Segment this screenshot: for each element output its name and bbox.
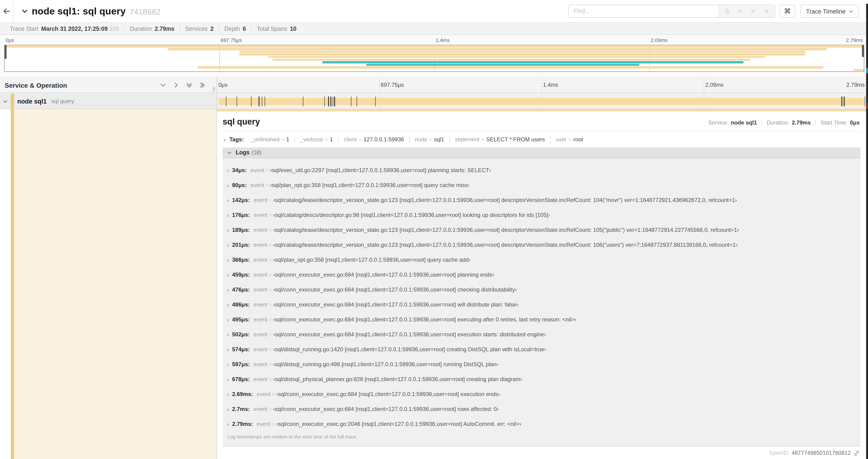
span-bar-wrap[interactable]	[218, 94, 865, 109]
log-equals: =	[269, 227, 272, 233]
log-marker-tick[interactable]	[262, 97, 262, 106]
find-next-icon[interactable]	[747, 5, 760, 17]
log-row[interactable]: › 459μs: event = ‹sql/conn_executor_exec…	[227, 267, 857, 282]
log-expand-chevron-icon[interactable]: ›	[227, 421, 229, 427]
collapse-all-icon[interactable]	[186, 82, 192, 88]
log-marker-tick[interactable]	[324, 97, 325, 106]
minimap-canvas[interactable]	[4, 45, 864, 72]
collapse-trace-chevron-icon[interactable]	[22, 8, 28, 14]
tags-expand-chevron-icon[interactable]: ›	[223, 136, 226, 142]
back-button[interactable]	[0, 0, 13, 22]
collapse-one-icon[interactable]	[160, 82, 166, 88]
log-expand-chevron-icon[interactable]: ›	[227, 331, 229, 337]
log-expand-chevron-icon[interactable]: ›	[227, 391, 229, 397]
log-expand-chevron-icon[interactable]: ›	[227, 197, 229, 203]
clear-find-icon[interactable]	[760, 5, 773, 17]
minimap-right-drag-handle[interactable]	[862, 45, 864, 57]
log-marker-tick[interactable]	[351, 97, 352, 106]
log-marker-tick[interactable]	[328, 97, 329, 106]
keyboard-shortcuts-button[interactable]: ⌘	[779, 5, 795, 18]
log-marker-tick[interactable]	[331, 97, 331, 106]
ruler-tick-label: 1.4ms	[543, 81, 558, 88]
span-row-name-column[interactable]: node sql1 sql query	[0, 94, 217, 109]
log-equals: =	[266, 167, 269, 173]
log-marker-tick[interactable]	[251, 97, 251, 106]
log-row[interactable]: › 574μs: event = ‹sql/distsql_running.go…	[227, 342, 857, 357]
log-expand-chevron-icon[interactable]: ›	[227, 212, 229, 218]
find-prev-icon[interactable]	[734, 5, 747, 17]
log-expand-chevron-icon[interactable]: ›	[227, 406, 229, 412]
expand-all-icon[interactable]	[199, 82, 205, 88]
expand-one-icon[interactable]	[173, 82, 179, 88]
log-expand-chevron-icon[interactable]: ›	[227, 376, 229, 382]
log-expand-chevron-icon[interactable]: ›	[227, 182, 229, 188]
span-service-name[interactable]: node sql1	[17, 98, 46, 105]
minimap-left-drag-handle[interactable]	[5, 45, 6, 59]
log-marker-tick[interactable]	[375, 97, 376, 106]
span-collapse-chevron-icon[interactable]	[3, 99, 8, 104]
log-field-name: event	[254, 242, 268, 248]
log-row[interactable]: › 2.69ms: event = ‹sql/conn_executor_exe…	[227, 387, 857, 402]
logs-collapse-chevron-icon[interactable]	[227, 150, 232, 155]
log-expand-chevron-icon[interactable]: ›	[227, 167, 229, 173]
log-row[interactable]: › 34μs: event = ‹sql/exec_util.go:2297 […	[227, 163, 857, 178]
log-expand-chevron-icon[interactable]: ›	[227, 257, 229, 263]
log-expand-chevron-icon[interactable]: ›	[227, 346, 229, 352]
log-row[interactable]: › 597μs: event = ‹sql/distsql_running.go…	[227, 357, 857, 372]
span-operation-name: sql query	[51, 98, 74, 104]
log-row[interactable]: › 476μs: event = ‹sql/conn_executor_exec…	[227, 282, 857, 297]
log-row[interactable]: › 80μs: event = ‹sql/plan_opt.go:358 [ns…	[227, 178, 857, 193]
log-marker-tick[interactable]	[356, 97, 357, 106]
log-timestamp: 34μs:	[232, 167, 247, 173]
log-row[interactable]: › 502μs: event = ‹sql/conn_executor_exec…	[227, 327, 857, 342]
log-timestamp: 366μs:	[232, 257, 250, 263]
span-duration-bar[interactable]	[219, 98, 864, 105]
log-equals: =	[269, 212, 272, 218]
log-marker-tick[interactable]	[237, 97, 237, 106]
log-row[interactable]: › 189μs: event = ‹sql/catalog/lease/desc…	[227, 223, 857, 237]
log-marker-tick[interactable]	[844, 97, 844, 106]
log-expand-chevron-icon[interactable]: ›	[227, 287, 229, 293]
log-row[interactable]: › 2.79ms: event = ‹sql/conn_executor_exe…	[227, 417, 857, 431]
view-selector-button[interactable]: Trace Timeline	[800, 5, 859, 18]
detail-meta-label: Duration:	[767, 120, 789, 126]
log-row[interactable]: › 366μs: event = ‹sql/plan_opt.go:358 [n…	[227, 252, 857, 267]
find-input[interactable]	[569, 5, 718, 17]
log-row[interactable]: › 486μs: event = ‹sql/conn_executor_exec…	[227, 297, 857, 312]
log-expand-chevron-icon[interactable]: ›	[227, 227, 229, 233]
log-expand-chevron-icon[interactable]: ›	[227, 361, 229, 367]
log-marker-tick[interactable]	[259, 97, 259, 106]
log-row[interactable]: › 176μs: event = ‹sql/catalog/descs/desc…	[227, 207, 857, 223]
span-detail-section: sql query Service: node sql1 Duration: 2…	[0, 109, 866, 459]
tag-key: statement	[455, 136, 479, 143]
ruler-tick-label: 2.79ms	[846, 81, 865, 88]
log-marker-tick[interactable]	[865, 97, 865, 106]
log-marker-tick[interactable]	[265, 97, 265, 106]
log-expand-chevron-icon[interactable]: ›	[227, 272, 229, 278]
column-resize-handle[interactable]	[213, 87, 215, 91]
log-row[interactable]: › 495μs: event = ‹sql/conn_executor_exec…	[227, 312, 857, 327]
summary-value: 2.79ms	[155, 25, 175, 32]
log-row[interactable]: › 142μs: event = ‹sql/catalog/lease/desc…	[227, 193, 857, 207]
ruler-gridline	[379, 77, 380, 93]
log-expand-chevron-icon[interactable]: ›	[227, 242, 229, 248]
log-marker-tick[interactable]	[333, 97, 334, 106]
log-marker-tick[interactable]	[303, 97, 304, 106]
locate-icon[interactable]	[720, 5, 734, 17]
tags-row[interactable]: › Tags: _unfinished = 1 _verbose =	[223, 136, 861, 143]
screen-edge-sliver	[866, 4, 868, 459]
summary-item: Services 2	[180, 25, 219, 32]
log-row[interactable]: › 201μs: event = ‹sql/catalog/lease/desc…	[227, 237, 857, 252]
logs-header[interactable]: Logs (18)	[223, 147, 861, 158]
log-marker-tick[interactable]	[226, 97, 226, 106]
detail-left-background	[11, 109, 217, 459]
back-arrow-icon	[2, 7, 11, 15]
log-marker-tick[interactable]	[334, 97, 335, 106]
deep-link-icon[interactable]	[854, 450, 860, 456]
log-expand-chevron-icon[interactable]: ›	[227, 302, 229, 308]
log-marker-tick[interactable]	[842, 97, 842, 106]
tag-value: SELECT * FROM users	[486, 136, 545, 143]
log-row[interactable]: › 2.7ms: event = ‹sql/conn_executor_exec…	[227, 402, 857, 417]
log-row[interactable]: › 678μs: event = ‹sql/distsql_physical_p…	[227, 372, 857, 387]
log-expand-chevron-icon[interactable]: ›	[227, 317, 229, 323]
